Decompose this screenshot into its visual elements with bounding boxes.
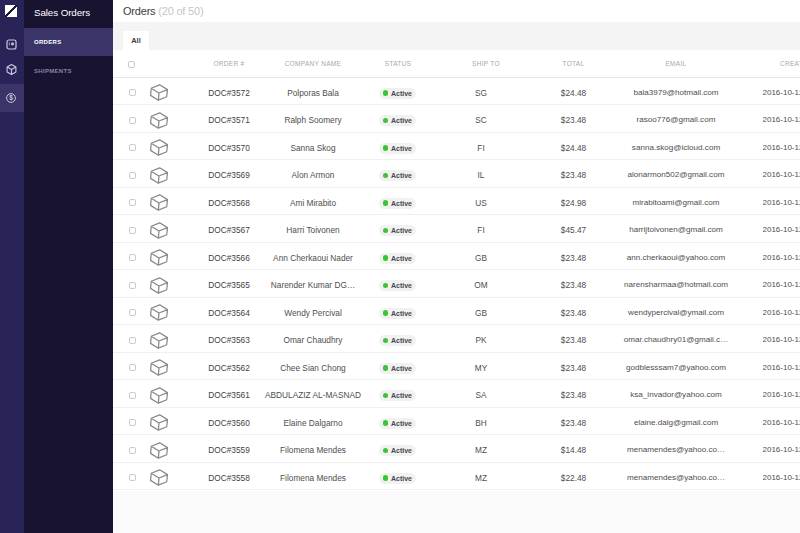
svg-text:$: $ — [9, 94, 13, 102]
